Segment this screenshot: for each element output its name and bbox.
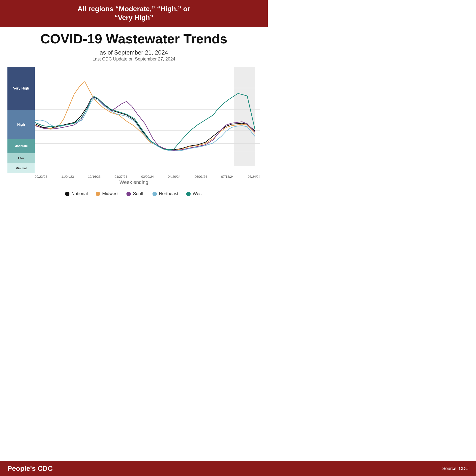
y-label-very-high: Very High	[7, 67, 35, 110]
legend-northeast: Northeast	[152, 191, 178, 196]
banner-line2: “Very High”	[114, 14, 153, 22]
legend-dot-national	[65, 192, 69, 196]
y-label-moderate: Moderate	[7, 139, 35, 153]
x-label-4: 03/09/24	[141, 175, 154, 178]
x-label-5: 04/20/24	[168, 175, 180, 178]
y-label-high: High	[7, 110, 35, 139]
x-label-8: 08/24/24	[248, 175, 260, 178]
y-axis-labels: Very High High Moderate Low Minimal	[7, 67, 35, 173]
legend-dot-west	[186, 192, 191, 196]
update-text: Last CDC Update on September 27, 2024	[0, 57, 268, 64]
legend-dot-south	[126, 192, 131, 196]
x-label-3: 01/27/24	[115, 175, 127, 178]
subtitle: as of September 21, 2024	[0, 47, 268, 57]
legend-label-northeast: Northeast	[159, 191, 178, 196]
x-label-7: 07/13/24	[221, 175, 234, 178]
chart-svg	[35, 67, 260, 173]
y-label-low: Low	[7, 153, 35, 163]
chart-plot	[35, 67, 260, 173]
week-ending-label: Week ending	[0, 178, 268, 187]
legend-midwest: Midwest	[96, 191, 119, 196]
legend-label-midwest: Midwest	[102, 191, 119, 196]
legend-dot-midwest	[96, 192, 100, 196]
legend-dot-northeast	[152, 192, 157, 196]
legend-national: National	[65, 191, 88, 196]
main-title: COVID-19 Wastewater Trends	[0, 27, 268, 47]
legend-south: South	[126, 191, 145, 196]
legend-label-south: South	[133, 191, 145, 196]
x-label-2: 12/16/23	[88, 175, 101, 178]
x-axis-area: 09/23/23 11/04/23 12/16/23 01/27/24 03/0…	[35, 173, 260, 178]
banner-line1: All regions “Moderate,” “High,” or	[78, 5, 190, 13]
x-label-6: 06/01/24	[195, 175, 207, 178]
legend-area: National Midwest South Northeast West	[0, 187, 268, 199]
legend-label-west: West	[193, 191, 203, 196]
legend-label-national: National	[71, 191, 88, 196]
chart-area: Very High High Moderate Low Minimal	[7, 67, 260, 173]
x-label-1: 11/04/23	[61, 175, 74, 178]
x-label-0: 09/23/23	[35, 175, 47, 178]
legend-west: West	[186, 191, 203, 196]
y-label-minimal: Minimal	[7, 163, 35, 174]
line-west	[35, 93, 255, 150]
top-banner: All regions “Moderate,” “High,” or “Very…	[0, 0, 268, 27]
line-midwest	[35, 82, 255, 150]
